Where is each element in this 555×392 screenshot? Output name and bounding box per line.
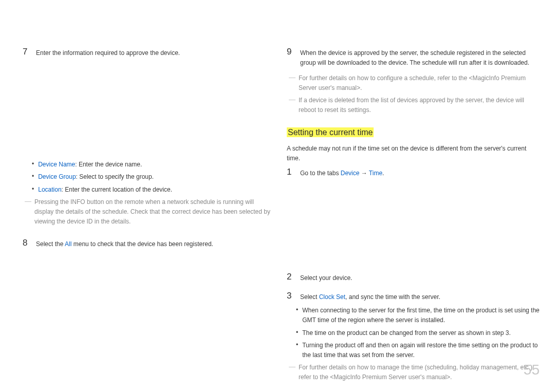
step-text: Select Clock Set, and sync the time with… xyxy=(300,290,540,302)
note-time-manual: ― For further details on how to manage t… xyxy=(287,363,540,382)
bullet-dot-icon: • xyxy=(296,341,298,349)
bullet-device-name: • Device Name: Enter the device name. xyxy=(23,160,274,170)
bullet-rest: : Select to specify the group. xyxy=(76,173,154,180)
step-1-pre: Go to the tabs xyxy=(300,170,341,177)
bullet-restore-time: • Turning the product off and then on ag… xyxy=(287,341,540,360)
dash-icon: ― xyxy=(25,197,31,206)
link-device-name: Device Name xyxy=(38,161,75,168)
step-3-post: , and sync the time with the server. xyxy=(345,293,440,301)
heading-setting-current-time: Setting the current time xyxy=(287,127,374,137)
note-info-button: ― Pressing the INFO button on the remote… xyxy=(23,197,274,226)
bullet-text: The time on the product can be changed f… xyxy=(302,328,511,338)
bullet-dot-icon: • xyxy=(32,172,34,181)
step-1-time: 1 Go to the tabs Device → Time. xyxy=(287,166,540,178)
note-text: Pressing the INFO button on the remote w… xyxy=(34,197,274,226)
bullet-change-time: • The time on the product can be changed… xyxy=(287,328,540,338)
step-7: 7 Enter the information required to appr… xyxy=(23,46,274,58)
step-text: Go to the tabs Device → Time. xyxy=(300,166,540,178)
note-text: For further details on how to configure … xyxy=(299,73,540,92)
link-all: All xyxy=(65,240,71,248)
intro-paragraph: A schedule may not run if the time set o… xyxy=(287,144,540,163)
bullet-text: Device Name: Enter the device name. xyxy=(38,160,142,170)
step-3-bullets: • When connecting to the server for the … xyxy=(287,306,540,360)
manual-page: 7 Enter the information required to appr… xyxy=(0,0,555,392)
step-1-post: . xyxy=(382,170,384,177)
step-7-bullets: • Device Name: Enter the device name. • … xyxy=(23,160,274,195)
bullet-text: Location: Enter the current location of … xyxy=(38,185,172,195)
step-2-time: 2 Select your device. xyxy=(287,271,540,283)
step-3-pre: Select xyxy=(300,293,319,301)
link-device: Device xyxy=(341,170,360,177)
step-8-post: menu to check that the device has been r… xyxy=(71,240,213,248)
figure-placeholder-gap xyxy=(287,178,540,271)
step-number: 7 xyxy=(23,46,30,57)
right-column: 9 When the device is approved by the ser… xyxy=(287,46,540,385)
bullet-text: Turning the product off and then on agai… xyxy=(302,341,540,360)
step-number: 8 xyxy=(23,237,30,248)
step-8: 8 Select the All menu to check that the … xyxy=(23,237,274,249)
two-column-layout: 7 Enter the information required to appr… xyxy=(23,46,540,385)
bullet-dot-icon: • xyxy=(32,160,34,169)
step-text: Enter the information required to approv… xyxy=(36,46,274,58)
step-number: 1 xyxy=(287,166,294,177)
step-number: 9 xyxy=(287,46,294,57)
note-text: For further details on how to manage the… xyxy=(299,363,540,382)
step-number: 2 xyxy=(287,271,294,282)
bullet-text: Device Group: Select to specify the grou… xyxy=(38,172,154,182)
bullet-dot-icon: • xyxy=(32,185,34,194)
dash-icon: ― xyxy=(289,363,295,371)
dash-icon: ― xyxy=(289,73,295,82)
note-text: If a device is deleted from the list of … xyxy=(299,96,540,115)
step-text: When the device is approved by the serve… xyxy=(300,46,540,67)
bullet-gmt: • When connecting to the server for the … xyxy=(287,306,540,325)
bullet-device-group: • Device Group: Select to specify the gr… xyxy=(23,172,274,182)
step-3-time: 3 Select Clock Set, and sync the time wi… xyxy=(287,290,540,302)
note-device-deleted: ― If a device is deleted from the list o… xyxy=(287,96,540,115)
bullet-rest: : Enter the current location of the devi… xyxy=(62,186,172,193)
link-time: Time xyxy=(369,170,382,177)
section-heading-wrap: Setting the current time xyxy=(287,126,540,139)
dash-icon: ― xyxy=(289,96,295,104)
link-clock-set: Clock Set xyxy=(319,293,345,301)
bullet-dot-icon: • xyxy=(296,328,298,337)
left-column: 7 Enter the information required to appr… xyxy=(23,46,274,385)
step-text: Select the All menu to check that the de… xyxy=(36,237,274,249)
bullet-rest: : Enter the device name. xyxy=(75,161,142,168)
bullet-text: When connecting to the server for the fi… xyxy=(302,306,540,325)
step-9: 9 When the device is approved by the ser… xyxy=(287,46,540,67)
figure-placeholder-gap xyxy=(23,58,274,156)
bullet-dot-icon: • xyxy=(296,306,298,314)
arrow: → xyxy=(359,170,368,177)
step-number: 3 xyxy=(287,290,294,301)
page-number: 55 xyxy=(524,359,540,381)
bullet-location: • Location: Enter the current location o… xyxy=(23,185,274,195)
step-8-pre: Select the xyxy=(36,240,65,248)
link-device-group: Device Group xyxy=(38,173,76,180)
note-schedule-manual: ― For further details on how to configur… xyxy=(287,73,540,92)
link-location: Location xyxy=(38,186,61,193)
step-text: Select your device. xyxy=(300,271,540,283)
